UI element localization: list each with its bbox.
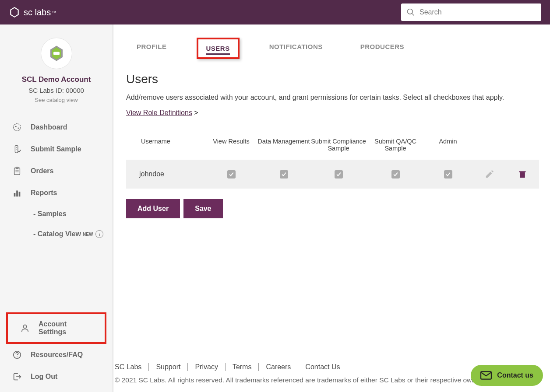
main-content: PROFILE USERS NOTIFICATIONS PRODUCERS Us… xyxy=(114,24,550,392)
users-table: Username View Results Data Management Su… xyxy=(126,130,539,189)
nav-main: Dashboard Submit Sample Orders Reports -… xyxy=(0,112,113,248)
page-description: Add/remove users associated with your ac… xyxy=(126,92,529,103)
svg-rect-2 xyxy=(53,52,60,55)
svg-point-5 xyxy=(18,127,19,129)
help-icon xyxy=(12,350,22,360)
sample-icon xyxy=(12,144,22,154)
search-box[interactable] xyxy=(401,4,541,21)
dashboard-icon xyxy=(12,122,22,132)
cell-username: johndoe xyxy=(126,170,205,178)
nav-bottom: Account Settings Resources/FAQ Log Out xyxy=(0,312,113,388)
reports-icon xyxy=(12,188,22,198)
svg-line-1 xyxy=(412,14,414,16)
svg-point-18 xyxy=(17,357,18,357)
orders-icon xyxy=(12,166,22,176)
nav-submit-sample[interactable]: Submit Sample xyxy=(0,138,113,160)
nav-reports[interactable]: Reports xyxy=(0,182,113,204)
sidebar: SCL Demo Account SC Labs ID: 00000 See c… xyxy=(0,24,113,392)
table-row: johndoe xyxy=(126,160,539,189)
checkbox-data-mgmt[interactable] xyxy=(280,170,288,178)
svg-point-4 xyxy=(15,126,17,127)
account-id: SC Labs ID: 00000 xyxy=(9,87,104,94)
tab-users[interactable]: USERS xyxy=(197,38,240,59)
col-admin: Admin xyxy=(424,138,472,152)
nav-samples[interactable]: - Samples xyxy=(0,204,113,224)
nav-logout[interactable]: Log Out xyxy=(0,366,113,388)
add-user-button[interactable]: Add User xyxy=(126,199,180,218)
col-submit-qaqc: Submit QA/QC Sample xyxy=(367,138,424,152)
tab-profile[interactable]: PROFILE xyxy=(129,38,175,59)
account-logo xyxy=(41,38,72,69)
footer-link[interactable]: Contact Us xyxy=(298,363,347,371)
table-header: Username View Results Data Management Su… xyxy=(126,130,539,160)
footer-link[interactable]: Privacy xyxy=(188,363,225,371)
col-username: Username xyxy=(126,138,205,152)
tab-notifications[interactable]: NOTIFICATIONS xyxy=(261,38,331,59)
footer-link[interactable]: Terms xyxy=(226,363,259,371)
trash-icon xyxy=(518,169,527,179)
svg-rect-13 xyxy=(14,193,16,196)
col-submit-compliance: Submit Compliance Sample xyxy=(310,138,367,152)
search-icon xyxy=(406,8,415,17)
catalog-view-link[interactable]: See catalog view xyxy=(9,97,104,103)
col-data-mgmt: Data Management xyxy=(257,138,310,152)
tab-producers[interactable]: PRODUCERS xyxy=(353,38,412,59)
footer-link[interactable]: SC Labs xyxy=(115,363,149,371)
svg-point-0 xyxy=(408,9,413,14)
delete-button[interactable] xyxy=(507,169,538,179)
logo[interactable]: sc labs ™ xyxy=(9,7,56,18)
svg-rect-14 xyxy=(16,191,18,197)
svg-rect-19 xyxy=(520,172,525,178)
info-icon[interactable]: i xyxy=(95,230,103,238)
logo-icon xyxy=(9,7,20,18)
new-badge: NEW xyxy=(83,232,93,237)
svg-point-3 xyxy=(14,124,21,131)
logo-text: sc labs xyxy=(24,7,51,18)
checkbox-submit-compliance[interactable] xyxy=(335,170,343,178)
top-header: sc labs ™ xyxy=(0,0,550,24)
svg-rect-20 xyxy=(519,171,526,172)
button-row: Add User Save xyxy=(126,199,550,218)
logout-icon xyxy=(12,372,22,382)
page-title: Users xyxy=(126,72,550,86)
account-box: SCL Demo Account SC Labs ID: 00000 See c… xyxy=(0,33,113,112)
nav-dashboard[interactable]: Dashboard xyxy=(0,116,113,138)
save-button[interactable]: Save xyxy=(183,199,222,218)
tabs: PROFILE USERS NOTIFICATIONS PRODUCERS xyxy=(126,38,550,59)
col-view-results: View Results xyxy=(205,138,257,152)
checkbox-admin[interactable] xyxy=(444,170,452,178)
search-input[interactable] xyxy=(420,8,536,16)
role-definitions-link[interactable]: View Role Definitions xyxy=(126,109,192,116)
footer-link[interactable]: Careers xyxy=(259,363,298,371)
nav-catalog-view[interactable]: - Catalog View NEW i xyxy=(0,224,113,244)
nav-account-settings[interactable]: Account Settings xyxy=(8,314,105,342)
nav-resources[interactable]: Resources/FAQ xyxy=(0,344,113,366)
contact-us-widget[interactable]: Contact us xyxy=(471,365,543,386)
footer-link[interactable]: Support xyxy=(149,363,188,371)
highlight-account-settings: Account Settings xyxy=(6,312,106,344)
svg-point-16 xyxy=(23,325,26,328)
account-name: SCL Demo Account xyxy=(9,75,104,84)
pencil-icon xyxy=(485,169,494,179)
svg-rect-15 xyxy=(19,192,21,196)
mail-icon xyxy=(480,371,492,380)
user-icon xyxy=(20,323,30,333)
nav-orders[interactable]: Orders xyxy=(0,160,113,182)
checkbox-submit-qaqc[interactable] xyxy=(391,170,400,178)
edit-button[interactable] xyxy=(472,169,507,179)
checkbox-view-results[interactable] xyxy=(227,170,236,178)
